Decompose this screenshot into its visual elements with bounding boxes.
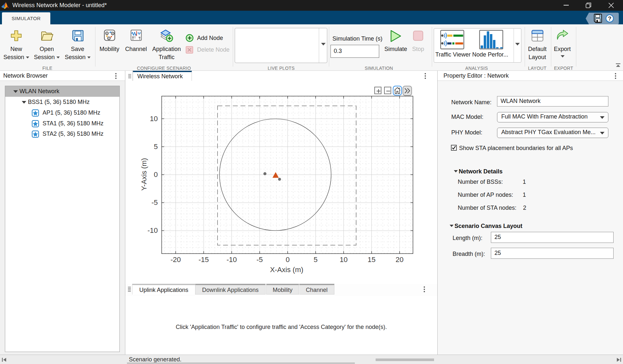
svg-text:5: 5 <box>314 256 318 264</box>
svg-text:0: 0 <box>154 170 158 179</box>
svg-text:-5: -5 <box>256 256 263 264</box>
svg-text:Y-Axis (m): Y-Axis (m) <box>140 158 148 191</box>
svg-text:-5: -5 <box>151 198 158 207</box>
svg-text:-15: -15 <box>199 256 209 264</box>
svg-text:5: 5 <box>154 143 158 151</box>
svg-text:?: ? <box>608 16 611 22</box>
svg-text:X-Axis (m): X-Axis (m) <box>270 266 304 274</box>
svg-text:-10: -10 <box>147 226 158 234</box>
svg-text:10: 10 <box>340 256 347 264</box>
svg-text:-10: -10 <box>227 256 237 264</box>
svg-text:10: 10 <box>150 115 158 123</box>
svg-text:0: 0 <box>286 256 290 264</box>
svg-text:15: 15 <box>368 256 375 264</box>
svg-text:20: 20 <box>396 256 404 264</box>
svg-text:-20: -20 <box>170 256 181 264</box>
